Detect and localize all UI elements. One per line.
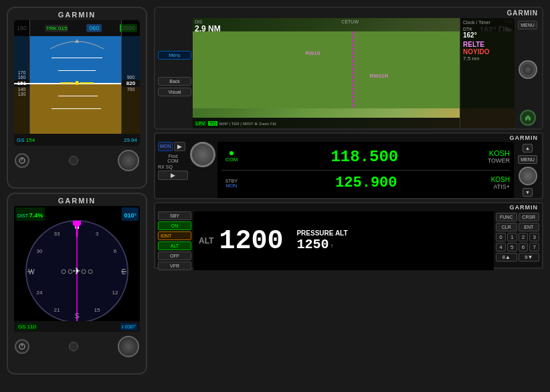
xpdr-num-8[interactable]: 8▲ bbox=[496, 253, 517, 262]
com-left-controls: MON ▶ Find COM RX SQ ▶ bbox=[158, 142, 188, 198]
hsi-small-btn[interactable] bbox=[69, 342, 78, 351]
xpdr-num-9[interactable]: 9▼ bbox=[519, 253, 540, 262]
xpdr-body: SBY ON IDNT ALT OFF VFR ALT 1200 bbox=[155, 211, 542, 270]
xpdr-on-btn[interactable]: ON bbox=[158, 221, 191, 230]
svg-text:30: 30 bbox=[37, 248, 43, 254]
com-right-knob[interactable] bbox=[519, 167, 537, 185]
com-body: MON ▶ Find COM RX SQ ▶ bbox=[155, 142, 542, 198]
svg-text:33: 33 bbox=[54, 231, 60, 237]
adi-aircraft-symbol bbox=[60, 79, 94, 87]
xpdr-func-btn[interactable]: FUNC bbox=[496, 213, 517, 221]
xpdr-clr-btn[interactable]: CLR bbox=[496, 223, 517, 231]
hsi-knob[interactable] bbox=[118, 336, 139, 357]
gns-screen: DiS 2.9 NM CETUW TRK 162° D▶ bbox=[193, 18, 515, 128]
xpdr-num-1[interactable]: 1 bbox=[507, 233, 517, 241]
com-active-dot bbox=[230, 151, 234, 155]
xpdr-num-0[interactable]: 0 bbox=[496, 233, 506, 241]
com-stby-mon-label: MON bbox=[226, 183, 237, 188]
xpdr-unit: GARMIN SBY ON IDNT ALT OFF VFR bbox=[154, 202, 543, 269]
hsi-screen: DIST 7.4% 010° N S E W bbox=[14, 206, 140, 332]
map-trk-section: CETUW bbox=[341, 19, 359, 24]
gns-visual-btn[interactable]: Visual bbox=[158, 88, 191, 96]
gns-unit: GARMIN Menu Back Visual DiS bbox=[154, 7, 543, 130]
com-active-info: TOWER bbox=[488, 157, 510, 164]
g5-hsi-unit: GARMIN DIST 7.4% 010° N bbox=[7, 193, 147, 375]
svg-text:6: 6 bbox=[114, 248, 117, 254]
xpdr-pressure-value: 1250 bbox=[296, 237, 329, 252]
xpdr-crsr-btn[interactable]: CRSR bbox=[519, 213, 540, 221]
com-play-btn[interactable]: ▶ bbox=[174, 142, 185, 151]
com-stby-row: STBY MON 125.900 KOSH ATIS+ bbox=[221, 171, 510, 196]
com-up-btn[interactable]: ▲ bbox=[523, 144, 533, 153]
xpdr-pressure-unit: ↑ bbox=[330, 242, 333, 250]
gns-back-btn[interactable]: Back bbox=[158, 77, 191, 86]
gns-outer-knob[interactable] bbox=[519, 60, 537, 79]
com-left-knob[interactable] bbox=[190, 142, 215, 167]
com-play-btn2[interactable]: ▶ bbox=[158, 171, 188, 180]
svg-text:✈: ✈ bbox=[73, 266, 81, 276]
gns-menu-right-btn[interactable]: MENU bbox=[518, 21, 537, 29]
xpdr-vfr-btn[interactable]: VFR bbox=[158, 262, 191, 270]
xpdr-num-2[interactable]: 2 bbox=[519, 233, 529, 241]
xpdr-num-5[interactable]: 5 bbox=[507, 243, 517, 252]
map-bottom-bar: LPV TO MAP | TER | NRST ⊕ Zoom Fld bbox=[193, 118, 460, 128]
map-waypoint: RELTE bbox=[463, 41, 512, 48]
xpdr-left-controls: SBY ON IDNT ALT OFF VFR bbox=[158, 211, 191, 270]
adi-alt-700: 700 bbox=[127, 87, 135, 92]
com-right-controls: ▲ MENU ▼ bbox=[516, 142, 539, 198]
xpdr-sby-btn[interactable]: SBY bbox=[158, 211, 191, 220]
com-stby-label: STBY bbox=[225, 179, 238, 183]
gns-menu-btn[interactable]: Menu bbox=[158, 51, 191, 60]
adi-baro: 29.94 bbox=[124, 137, 137, 143]
com-stby-info: ATIS+ bbox=[493, 183, 510, 190]
xpdr-num-6[interactable]: 6 bbox=[519, 243, 529, 252]
map-dtk-value: 162° bbox=[463, 31, 512, 39]
adi-roll-arc bbox=[47, 37, 107, 50]
xpdr-right-controls: FUNC CRSR CLR ENT 0 1 2 3 4 5 bbox=[496, 211, 539, 270]
svg-text:12: 12 bbox=[112, 290, 118, 296]
xpdr-alt-btn[interactable]: ALT bbox=[158, 241, 191, 250]
xpdr-num-3[interactable]: 3 bbox=[529, 233, 539, 241]
xpdr-num-4[interactable]: 4 bbox=[496, 243, 506, 252]
adi-alt-820: 820 bbox=[122, 80, 140, 87]
map-waypoint-section: RELTE NOYIDO 7.5 nm bbox=[463, 41, 512, 62]
com-mon-indicator: MON ▶ bbox=[158, 142, 188, 151]
svg-text:21: 21 bbox=[54, 307, 60, 313]
adi-knob[interactable] bbox=[118, 150, 139, 171]
map-display: DiS 2.9 NM CETUW TRK 162° D▶ bbox=[193, 18, 515, 128]
xpdr-off-btn[interactable]: OFF bbox=[158, 252, 191, 260]
com-brand-label: GARMIN bbox=[510, 134, 539, 141]
right-column: GARMIN Menu Back Visual DiS bbox=[154, 7, 543, 269]
com-mon-btn[interactable]: MON bbox=[158, 142, 173, 151]
com-com-text: COM bbox=[167, 159, 178, 163]
com-rx-label: RX bbox=[158, 165, 165, 169]
xpdr-code-display: 1200 bbox=[219, 226, 283, 256]
com-menu-btn[interactable]: MENU bbox=[518, 155, 537, 164]
g5-adi-unit: GARMIN 180 TRK 015 060 2500 170 160 151 bbox=[7, 7, 147, 189]
gns-home-btn[interactable] bbox=[520, 110, 536, 126]
com-active-freq-value: 118.500 bbox=[331, 148, 398, 166]
adi-small-btn[interactable] bbox=[69, 156, 78, 165]
adi-pitch-5-dn bbox=[58, 96, 98, 96]
com-active-station: KOSH bbox=[489, 149, 510, 157]
com-find-text: Find bbox=[169, 154, 178, 159]
adi-speed-170: 170 bbox=[18, 70, 26, 75]
com-sq-label: SQ bbox=[166, 165, 173, 169]
hsi-power-button[interactable] bbox=[15, 339, 29, 354]
adi-pitch-5-up bbox=[58, 70, 96, 71]
xpdr-numpad: 0 1 2 3 4 5 6 7 bbox=[496, 233, 539, 252]
xpdr-idnt-btn[interactable]: IDNT bbox=[158, 231, 191, 240]
com-down-btn[interactable]: ▼ bbox=[523, 188, 533, 197]
adi-power-button[interactable] bbox=[15, 153, 29, 168]
xpdr-ent-btn[interactable]: ENT bbox=[519, 223, 540, 231]
hsi-bottom-bar: GS 110 t 030° bbox=[14, 321, 140, 332]
com-stby-label-col: STBY MON bbox=[221, 179, 242, 188]
xpdr-num-7[interactable]: 7 bbox=[529, 243, 539, 252]
xpdr-pressure-row: 1250 ↑ bbox=[296, 237, 347, 252]
map-dest: NOYIDO bbox=[463, 48, 512, 56]
xpdr-idnt-alt-row: IDNT ALT bbox=[158, 231, 191, 250]
adi-hdg-indicator: 060 bbox=[86, 24, 102, 32]
com-active-station-col: KOSH TOWER bbox=[488, 149, 510, 164]
adi-bottom-controls bbox=[8, 146, 146, 175]
gns-inner-knob[interactable] bbox=[523, 64, 533, 75]
